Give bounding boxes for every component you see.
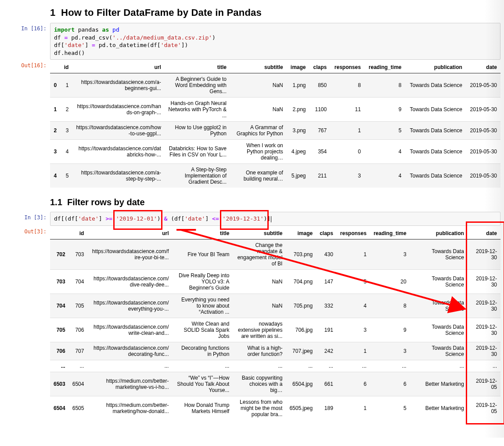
heading-1: 1 How to Filter DataFrame by Date in Pan… <box>50 7 504 18</box>
table-header: publication <box>405 62 466 73</box>
table-header: date <box>466 62 500 73</box>
table-row: 45https://towardsdatascience.com/a-step-… <box>50 164 500 188</box>
in-prompt-3: In [3]: <box>0 212 47 221</box>
out-prompt-3: Out[3]: <box>0 226 47 235</box>
table-header: date <box>468 228 500 239</box>
table-row: 705706https://towardsdatascience.com/wri… <box>50 318 500 342</box>
table-row: 704705https://towardsdatascience.com/eve… <box>50 294 500 318</box>
table-header: claps <box>310 62 331 73</box>
table-row: 706707https://towardsdatascience.com/dec… <box>50 342 500 360</box>
table-header: responses <box>337 228 370 239</box>
table-header <box>50 62 60 73</box>
table-header: subtitle <box>233 228 286 239</box>
table-header: image <box>287 62 310 73</box>
table-header: title <box>172 228 233 239</box>
table-row: 01https://towardsdatascience.com/a-begin… <box>50 73 500 98</box>
table-header: responses <box>330 62 364 73</box>
out-prompt-16: Out[16]: <box>0 60 47 69</box>
table-row: 65036504https://medium.com/better-market… <box>50 372 500 396</box>
table-row: 702703https://towardsdatascience.com/fir… <box>50 239 500 269</box>
table-header: claps <box>316 228 337 239</box>
output-table-16: idurltitlesubtitleimageclapsresponsesrea… <box>50 62 500 188</box>
table-row: 703704https://towardsdatascience.com/div… <box>50 269 500 294</box>
table-header: subtitle <box>230 62 287 73</box>
table-header <box>50 228 69 239</box>
table-header: id <box>60 62 72 73</box>
table-row: 34https://towardsdatascience.com/databri… <box>50 140 500 164</box>
table-header: reading_time <box>370 228 410 239</box>
code-cell-3[interactable]: df[(df['date'] >= '2019-12-01') & (df['d… <box>50 212 500 226</box>
table-header: url <box>87 228 172 239</box>
table-header: url <box>72 62 164 73</box>
notebook-page: 1 How to Filter DataFrame by Date in Pan… <box>0 0 504 438</box>
table-header: publication <box>410 228 468 239</box>
table-header: reading_time <box>364 62 405 73</box>
table-header: id <box>69 228 88 239</box>
text-cursor <box>271 216 271 222</box>
table-row: 23https://towardsdatascience.com/how-to-… <box>50 122 500 140</box>
table-row: 12https://towardsdatascience.com/hands-o… <box>50 98 500 122</box>
code-cell-16[interactable]: import pandas as pd df = pd.read_csv('..… <box>50 23 500 60</box>
table-header: image <box>286 228 316 239</box>
output-table-3: idurltitlesubtitleimageclapsresponsesrea… <box>50 228 500 420</box>
table-header: title <box>165 62 230 73</box>
table-row: ................................. <box>50 360 500 372</box>
table-row: 65046505https://medium.com/better-market… <box>50 396 500 420</box>
heading-1-1: 1.1 Filter rows by date <box>50 197 504 207</box>
in-prompt-16: In [16]: <box>0 23 47 32</box>
